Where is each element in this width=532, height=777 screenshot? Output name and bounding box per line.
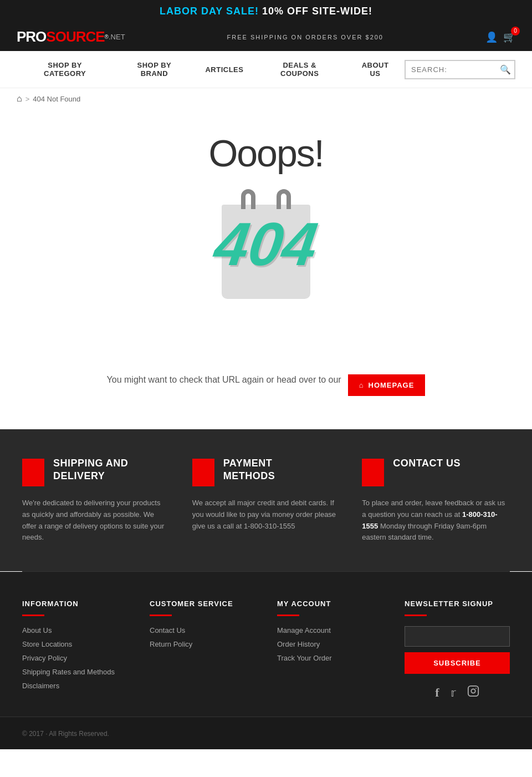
contact-icon-box [362, 459, 384, 486]
error-action-row: You might want to check that URL again o… [17, 374, 515, 396]
footer-copyright: © 2017 · All Rights Reserved. [22, 730, 109, 738]
footer-link-privacy-policy[interactable]: Privacy Policy [22, 654, 127, 662]
footer-col-newsletter: NEWSLETTER SIGNUP SUBSCRIBE f 𝕣 [405, 600, 510, 700]
shipping-icon-box [22, 459, 44, 486]
contact-desc: To place and order, leave feedback or as… [362, 497, 510, 544]
free-shipping-text: FREE SHIPPING ON ORDERS OVER $200 [227, 34, 383, 40]
facebook-icon-button[interactable]: f [435, 685, 439, 700]
footer-feature-payment: PAYMENTMETHODS We accept all major credi… [192, 457, 340, 544]
payment-desc: We accept all major credit and debit car… [192, 497, 340, 532]
error-content: Ooops! 4 0 4 You might want to check tha… [0, 109, 532, 429]
footer-links: INFORMATION About Us Store Locations Pri… [0, 572, 532, 717]
logo-pro: PRO [17, 28, 46, 45]
footer-link-disclaimers[interactable]: Disclaimers [22, 682, 127, 690]
logo-source: SOURCE [46, 28, 104, 45]
breadcrumb-current: 404 Not Found [33, 95, 80, 103]
numbers-404: 4 0 4 [215, 214, 317, 275]
footer-link-track-order[interactable]: Track Your Order [277, 654, 382, 662]
footer-col-customer-service-divider [150, 615, 172, 616]
footer-col-information-title: INFORMATION [22, 600, 127, 608]
instagram-icon-button[interactable] [467, 685, 479, 700]
footer-col-information-divider [22, 615, 44, 616]
shipping-title: SHIPPING ANDDELIVERY [53, 457, 128, 483]
footer-col-customer-service: CUSTOMER SERVICE Contact Us Return Polic… [150, 600, 255, 700]
social-icons: f 𝕣 [405, 685, 510, 700]
footer-col-my-account-title: MY ACCOUNT [277, 600, 382, 608]
search-input[interactable] [411, 65, 500, 74]
contact-title: CONTACT US [393, 457, 461, 470]
header: PROSOURCE®.NET FREE SHIPPING ON ORDERS O… [0, 23, 532, 51]
footer-col-my-account: MY ACCOUNT Manage Account Order History … [277, 600, 382, 700]
homepage-button[interactable]: ⌂ HOMEPAGE [348, 374, 426, 396]
subscribe-button[interactable]: SUBSCRIBE [405, 652, 510, 674]
footer-col-customer-service-title: CUSTOMER SERVICE [150, 600, 255, 608]
payment-icon-box [192, 459, 214, 486]
svg-point-1 [471, 689, 475, 693]
user-icon-button[interactable]: 👤 [485, 31, 498, 43]
breadcrumb-home-icon[interactable]: ⌂ [17, 94, 22, 104]
cart-badge: 0 [511, 27, 520, 35]
homepage-btn-label: HOMEPAGE [369, 381, 415, 389]
nav-links: SHOP BY CATEGORY SHOP BY BRAND ARTICLES … [17, 51, 405, 88]
twitter-icon-button[interactable]: 𝕣 [451, 685, 456, 700]
off-text: 10% OFF SITE-WIDE! [262, 6, 372, 17]
footer-feature-payment-header: PAYMENTMETHODS [192, 457, 340, 486]
footer-col-newsletter-divider [405, 615, 427, 616]
breadcrumb: ⌂ > 404 Not Found [0, 88, 532, 109]
footer-link-contact-us[interactable]: Contact Us [150, 626, 255, 634]
nav-deals-coupons[interactable]: DEALS & COUPONS [253, 51, 346, 88]
nav-shop-by-brand[interactable]: SHOP BY BRAND [113, 51, 195, 88]
logo[interactable]: PROSOURCE®.NET [17, 28, 125, 45]
nav-bar: SHOP BY CATEGORY SHOP BY BRAND ARTICLES … [0, 51, 532, 88]
footer-link-about-us[interactable]: About Us [22, 626, 127, 634]
footer-link-return-policy[interactable]: Return Policy [150, 640, 255, 648]
search-box: 🔍 [405, 60, 515, 79]
footer-col-my-account-divider [277, 615, 299, 616]
svg-point-2 [475, 688, 477, 689]
homepage-icon: ⌂ [359, 381, 364, 389]
error-graphic: 4 0 4 [177, 191, 355, 347]
breadcrumb-separator: > [25, 95, 30, 103]
footer-feature-contact-header: CONTACT US [362, 457, 510, 486]
cart-icon-button[interactable]: 🛒 0 [503, 31, 515, 43]
footer-link-order-history[interactable]: Order History [277, 640, 382, 648]
sale-text: LABOR DAY SALE! [160, 6, 259, 17]
error-title: Ooops! [17, 131, 515, 175]
footer-feature-contact: CONTACT US To place and order, leave fee… [362, 457, 510, 544]
search-icon-button[interactable]: 🔍 [500, 64, 511, 75]
footer-link-shipping-rates[interactable]: Shipping Rates and Methods [22, 668, 127, 676]
top-banner: LABOR DAY SALE! 10% OFF SITE-WIDE! [0, 0, 532, 23]
logo-net: .NET [109, 33, 125, 41]
nav-about-us[interactable]: ABOUT US [346, 51, 405, 88]
footer-bottom: © 2017 · All Rights Reserved. [0, 717, 532, 749]
footer-feature-shipping: SHIPPING ANDDELIVERY We're dedicated to … [22, 457, 170, 544]
payment-title: PAYMENTMETHODS [223, 457, 275, 483]
bag-handle-left [241, 189, 255, 209]
shipping-desc: We're dedicated to delivering your produ… [22, 497, 170, 544]
nav-shop-by-category[interactable]: SHOP BY CATEGORY [17, 51, 113, 88]
error-message: You might want to check that URL again o… [107, 375, 341, 385]
nav-articles[interactable]: ARTICLES [195, 51, 253, 88]
footer-link-store-locations[interactable]: Store Locations [22, 640, 127, 648]
logo-reg: ® [105, 34, 109, 40]
footer-col-information: INFORMATION About Us Store Locations Pri… [22, 600, 127, 700]
footer-col-newsletter-title: NEWSLETTER SIGNUP [405, 600, 510, 608]
footer-feature-shipping-header: SHIPPING ANDDELIVERY [22, 457, 170, 486]
header-icons: 👤 🛒 0 [485, 31, 515, 43]
footer-link-manage-account[interactable]: Manage Account [277, 626, 382, 634]
newsletter-email-input[interactable] [405, 626, 510, 647]
svg-rect-0 [468, 686, 478, 696]
bag-handle-right [277, 189, 291, 209]
footer-features: SHIPPING ANDDELIVERY We're dedicated to … [0, 429, 532, 571]
